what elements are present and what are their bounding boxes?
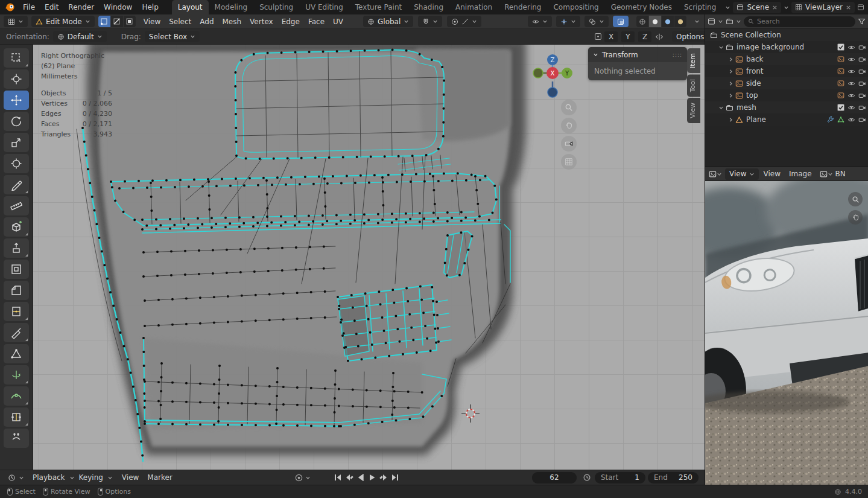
proportional-editing-group[interactable] [447, 16, 481, 27]
reference-photo[interactable] [705, 181, 868, 485]
tool-inset-faces[interactable] [4, 260, 29, 279]
jump-to-start-button[interactable] [334, 474, 342, 481]
scene-browse-icon[interactable] [725, 5, 730, 10]
outliner-row-mesh[interactable]: mesh [705, 101, 868, 113]
tool-transform[interactable] [4, 154, 29, 173]
workspace-tab-scripting[interactable]: Scripting [678, 0, 722, 14]
pan-hand-button[interactable] [561, 118, 577, 133]
viewlayer-browse-icon[interactable] [784, 5, 789, 10]
prev-keyframe-button[interactable] [345, 474, 353, 481]
shading-rendered-button[interactable] [674, 16, 686, 27]
image-pan-button[interactable] [848, 210, 863, 225]
collapse-icon[interactable] [718, 105, 724, 110]
preview-range-clock-icon[interactable] [583, 473, 591, 482]
hide-eye-icon[interactable] [847, 68, 855, 75]
camera-view-button[interactable] [561, 136, 577, 152]
viewport-menu-uv[interactable]: UV [329, 14, 347, 29]
outliner-editor-icon[interactable] [708, 18, 715, 25]
timeline-menu-keying[interactable]: Keying [75, 470, 107, 485]
viewport-menu-add[interactable]: Add [195, 14, 218, 29]
workspace-tab-texture-paint[interactable]: Texture Paint [349, 0, 408, 14]
render-camera-icon[interactable] [858, 68, 866, 75]
transform-panel-header[interactable]: Transform :::: [588, 47, 687, 62]
outliner-row-scene-collection[interactable]: Scene Collection [705, 29, 868, 41]
collapse-icon[interactable] [718, 45, 724, 50]
sidebar-tab-view[interactable]: View [687, 98, 700, 123]
workspace-tab-shading[interactable]: Shading [408, 0, 449, 14]
gizmos-dropdown[interactable] [556, 16, 580, 27]
tool-move[interactable] [4, 91, 29, 110]
vertex-select-mode-button[interactable] [98, 16, 110, 27]
tool-extrude-region[interactable] [4, 238, 29, 258]
tool-shrink-fatten[interactable] [4, 429, 29, 448]
tool-select-box[interactable] [4, 48, 29, 68]
workspace-tab-sculpting[interactable]: Sculpting [253, 0, 299, 14]
shading-solid-button[interactable] [649, 16, 661, 27]
collection-checkbox[interactable] [837, 104, 844, 111]
tool-smooth[interactable] [4, 386, 29, 406]
drag-dropdown[interactable]: Select Box [145, 31, 200, 42]
snap-base-icon[interactable] [594, 33, 602, 40]
navigation-gizmo[interactable]: Z Y X [533, 52, 572, 98]
outliner-row-image-background[interactable]: image background [705, 41, 868, 53]
workspace-tab-modeling[interactable]: Modeling [209, 0, 254, 14]
overlays-dropdown[interactable] [584, 16, 609, 27]
expand-icon[interactable] [728, 93, 733, 98]
outliner-row-plane[interactable]: Plane [705, 113, 868, 126]
image-editor-menu-view[interactable]: View [759, 167, 784, 181]
tool-annotate[interactable] [4, 175, 29, 194]
visibility-dropdown[interactable] [528, 16, 552, 27]
render-camera-icon[interactable] [858, 80, 866, 88]
zoom-button[interactable] [561, 100, 577, 115]
tool-poly-build[interactable] [4, 344, 29, 363]
render-camera-icon[interactable] [858, 56, 866, 63]
menu-help[interactable]: Help [137, 0, 163, 14]
image-browse-icon[interactable] [820, 170, 828, 178]
scene-unlink-icon[interactable] [772, 5, 778, 10]
image-editor-menu-image[interactable]: Image [785, 167, 816, 181]
viewport-menu-select[interactable]: Select [165, 14, 195, 29]
workspace-tab-animation[interactable]: Animation [449, 0, 498, 14]
outliner-row-back[interactable]: back [705, 53, 868, 65]
tool-loop-cut[interactable] [4, 302, 29, 321]
expand-icon[interactable] [728, 117, 733, 123]
xray-toggle-button[interactable] [613, 16, 629, 27]
tool-spin[interactable] [4, 365, 29, 385]
viewport-menu-vertex[interactable]: Vertex [246, 14, 277, 29]
mirror-icon[interactable] [655, 33, 664, 41]
timeline-menu-marker[interactable]: Marker [143, 470, 176, 485]
axis-y-toggle[interactable]: Y [621, 31, 635, 42]
tool-scale[interactable] [4, 133, 29, 152]
expand-icon[interactable] [728, 57, 733, 62]
collection-checkbox[interactable] [837, 43, 844, 51]
tool-add-cube[interactable] [4, 217, 29, 237]
image-editor-mode-dropdown[interactable]: View [725, 168, 759, 180]
axis-z-toggle[interactable]: Z [638, 31, 651, 42]
workspace-tab-compositing[interactable]: Compositing [547, 0, 604, 14]
outliner-editor-chevron-icon[interactable] [718, 19, 723, 24]
viewlayer-selector[interactable]: ViewLayer [791, 2, 855, 13]
render-camera-icon[interactable] [858, 43, 866, 51]
viewport-menu-edge[interactable]: Edge [277, 14, 304, 29]
expand-icon[interactable] [728, 81, 733, 86]
modifier-wrench-icon[interactable] [827, 116, 834, 123]
filter-icon[interactable] [858, 18, 866, 25]
image-zoom-button[interactable] [848, 192, 863, 206]
viewport-menu-face[interactable]: Face [304, 14, 329, 29]
viewport-canvas[interactable]: Right Orthographic (62) Plane Millimeter… [33, 45, 705, 470]
render-camera-icon[interactable] [858, 104, 866, 112]
viewport-menu-mesh[interactable]: Mesh [218, 14, 246, 29]
face-select-mode-button[interactable] [124, 16, 136, 27]
outliner-row-front[interactable]: front [705, 65, 868, 77]
hide-eye-icon[interactable] [847, 56, 855, 63]
outliner-display-mode-icon[interactable] [726, 18, 733, 25]
tool-bevel[interactable] [4, 281, 29, 300]
hide-eye-icon[interactable] [847, 43, 855, 51]
sidebar-tab-tool[interactable]: Tool [687, 74, 700, 97]
frame-start-field[interactable]: Start1 [595, 472, 645, 484]
viewlayer-remove-icon[interactable] [846, 5, 851, 10]
scene-selector[interactable]: Scene [733, 2, 781, 13]
outliner-row-top[interactable]: top [705, 89, 868, 101]
viewport-menu-view[interactable]: View [139, 14, 165, 29]
outliner-display-chevron-icon[interactable] [736, 19, 741, 24]
